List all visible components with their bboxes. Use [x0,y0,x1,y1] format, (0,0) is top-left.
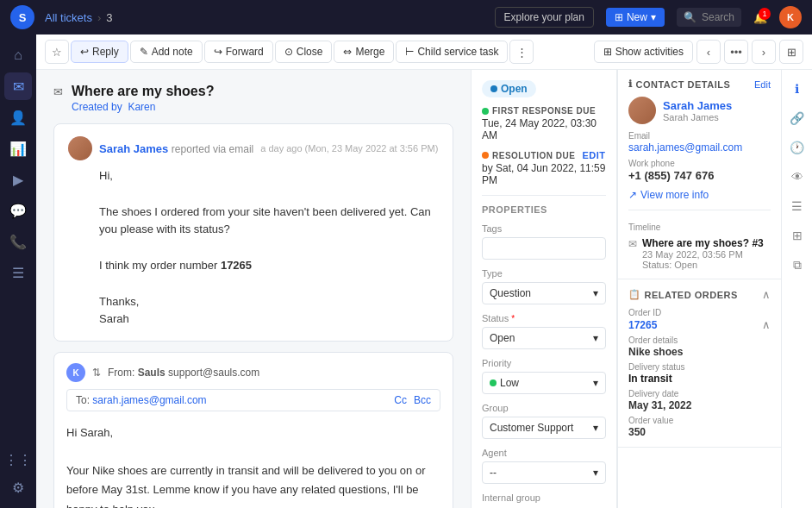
orders-section-title: 📋 RELATED ORDERS [628,289,738,300]
sidebar-item-home[interactable]: ⌂ [4,41,32,69]
reply-from-text: From: Sauls support@sauls.com [108,367,259,379]
content-area: ☆ ↩ Reply ✎ Add note ↪ Forward ⊙ Close ⇔… [36,34,812,508]
created-by-name[interactable]: Karen [128,101,155,113]
orders-collapse-icon[interactable]: ∧ [762,288,771,301]
order-number: 17265 [221,259,252,272]
new-button[interactable]: ⊞ New ▾ [606,8,665,27]
close-button[interactable]: ⊙ Close [275,41,333,63]
more-options-button[interactable]: ⋮ [509,40,534,64]
search-placeholder: Search [702,11,734,23]
forward-button[interactable]: ↪ Forward [204,41,273,63]
order-id-label: Order ID [628,308,771,317]
user-avatar[interactable]: K [779,6,802,28]
status-dot [490,85,497,92]
order-id-row: 17265 ∧ [628,318,771,331]
sidebar-item-phone[interactable]: 📞 [4,228,32,255]
original-message: Sarah James reported via email a day ago… [53,123,453,342]
star-button[interactable]: ☆ [45,40,69,64]
group-label: Group [482,403,606,413]
info-icon: ℹ [628,78,633,90]
sidebar-item-chat[interactable]: 💬 [4,197,32,224]
order-expand-icon[interactable]: ∧ [762,318,771,331]
body-text-2: I think my order number 17265 [99,257,439,275]
merge-button[interactable]: ⇔ Merge [334,41,394,63]
timeline-mail-icon: ✉ [628,238,637,250]
message-header: Sarah James reported via email a day ago… [68,136,439,160]
breadcrumb-separator: › [97,11,101,24]
mail-icon: ✉ [53,85,63,98]
search-bar[interactable]: 🔍 Search [677,8,741,27]
sign-off: Thanks, Sarah [99,293,439,329]
notification-bell[interactable]: 🔔 1 [753,11,767,24]
created-by-label: Created by [72,101,122,113]
delivery-date-value: May 31, 2022 [628,399,771,411]
fr-link-icon[interactable]: 🔗 [785,106,809,130]
contact-section-header: ℹ CONTACT DETAILS Edit [628,78,771,90]
more-nav-button[interactable]: ••• [724,40,748,64]
next-button[interactable]: › [752,40,776,64]
sidebar-item-apps[interactable]: ⋮⋮ [4,446,32,474]
sidebar-item-settings[interactable]: ⚙ [4,474,32,501]
breadcrumb-all-tickets[interactable]: All tickets [45,11,92,24]
tags-input[interactable] [482,237,606,260]
explore-plan-button[interactable]: Explore your plan [495,7,594,28]
reply-button[interactable]: ↩ Reply [71,41,128,63]
child-service-task-button[interactable]: ⊢ Child service task [396,41,508,63]
prev-button[interactable]: ‹ [696,40,721,64]
priority-dropdown[interactable]: Low ▾ [482,372,606,394]
message-sender-name[interactable]: Sarah James [99,142,168,155]
sidebar-item-list[interactable]: ☰ [4,259,32,286]
reply-body[interactable]: Hi Sarah, Your Nike shoes are currently … [66,420,440,508]
fr-clock-icon[interactable]: 🕐 [785,135,809,160]
fr-info-icon[interactable]: ℹ [785,77,809,101]
message-sender-info: Sarah James reported via email [99,142,253,155]
fr-eye-icon[interactable]: 👁 [785,165,809,189]
sidebar-item-inbox[interactable]: ✉ [4,72,32,100]
bcc-button[interactable]: Bcc [414,394,431,406]
activities-icon: ⊞ [603,46,612,58]
sidebar-left: ⌂ ✉ 👤 📊 ▶ 💬 📞 ☰ ⋮⋮ ⚙ [0,34,36,508]
timeline-title[interactable]: Where are my shoes? #3 [642,237,764,249]
resolution-edit-link[interactable]: Edit [582,150,605,160]
fr-layers-icon[interactable]: ⧉ [785,253,809,277]
contact-name[interactable]: Sarah James [663,99,732,112]
new-label: New [627,11,647,23]
agent-dropdown[interactable]: -- ▾ [482,461,606,484]
breadcrumb-number: 3 [106,11,112,24]
fr-list-icon[interactable]: ☰ [785,194,809,218]
top-nav-right: Explore your plan ⊞ New ▾ 🔍 Search 🔔 1 K [495,6,802,28]
type-dropdown[interactable]: Question ▾ [482,282,606,304]
view-more-label: View more info [640,189,709,201]
forward-icon: ↪ [214,46,222,58]
search-icon: 🔍 [684,11,696,23]
group-dropdown[interactable]: Customer Support ▾ [482,417,606,439]
new-icon: ⊞ [615,11,623,23]
priority-dot [490,379,497,386]
orders-icon: 📋 [628,289,641,300]
fr-grid-icon[interactable]: ⊞ [785,223,809,248]
order-id-value[interactable]: 17265 [628,319,657,331]
properties-section: PROPERTIES Tags Type Question ▾ Status *… [482,195,606,508]
reply-k-avatar: K [66,363,85,382]
reply-icon: ↩ [80,46,89,58]
email-field-value: sarah.james@gmail.com [628,141,771,154]
order-value-label: Order value [628,416,771,425]
resolution-value: by Sat, 04 Jun 2022, 11:59 PM [482,162,606,186]
main-container: ⌂ ✉ 👤 📊 ▶ 💬 📞 ☰ ⋮⋮ ⚙ ☆ ↩ Reply ✎ Add not… [0,34,812,508]
show-activities-button[interactable]: ⊞ Show activities [594,41,693,63]
status-dropdown[interactable]: Open ▾ [482,327,606,349]
add-note-button[interactable]: ✎ Add note [130,41,203,63]
child-task-label: Child service task [417,46,498,58]
sidebar-item-contacts[interactable]: 👤 [4,103,32,131]
contact-edit-link[interactable]: Edit [754,79,771,90]
cc-button[interactable]: Cc [394,394,407,406]
expand-button[interactable]: ⊞ [779,40,803,64]
phone-field-label: Work phone [628,159,771,168]
message-body: Hi, The shoes I ordered from your site h… [68,167,439,329]
sidebar-item-reports[interactable]: 📊 [4,135,32,162]
properties-title: PROPERTIES [482,204,606,215]
ticket-meta: Created by Karen [72,101,214,113]
view-more-info-link[interactable]: ↗ View more info [628,189,771,201]
ticket-title: Where are my shoes? [72,84,214,99]
sidebar-item-play[interactable]: ▶ [4,166,32,193]
